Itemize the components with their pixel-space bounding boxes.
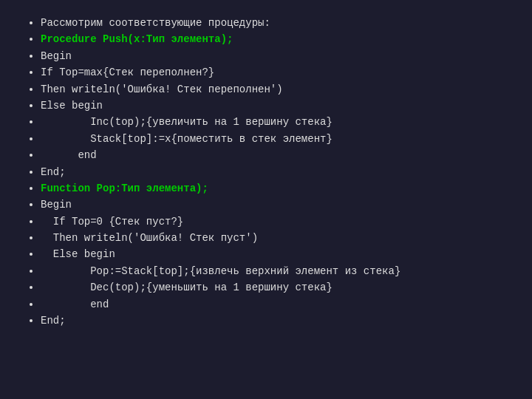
code-text: If Top=0 {Стек пуст?} <box>41 216 183 228</box>
list-item: Then writeln('Ошибка! Стек переполнен') <box>41 81 510 98</box>
code-text: Then writeln('Ошибка! Стек переполнен') <box>41 83 283 95</box>
list-item: If Top=0 {Стек пуст?} <box>41 214 510 230</box>
list-item: Function Pop:Тип элемента); <box>41 180 510 197</box>
list-item: Inc(top);{увеличить на 1 вершину стека} <box>41 114 510 130</box>
list-item: Begin <box>41 48 510 64</box>
code-text: Begin <box>41 199 72 211</box>
code-text: Function Pop:Тип элемента); <box>41 183 208 194</box>
list-item: Begin <box>41 197 510 213</box>
code-text: end <box>41 149 97 161</box>
list-item: Stack[top]:=x{поместить в стек элемент} <box>41 131 510 147</box>
code-text: Рассмотрим соответствующие процедуры: <box>41 17 270 29</box>
list-item: end <box>41 296 510 313</box>
code-text: Pop:=Stack[top];{извлечь верхний элемент… <box>41 265 400 277</box>
list-item: Рассмотрим соответствующие процедуры: <box>41 15 510 31</box>
code-text: End; <box>41 166 66 178</box>
code-text: Stack[top]:=x{поместить в стек элемент} <box>41 133 332 145</box>
code-text: End; <box>41 315 66 327</box>
code-text: Else begin <box>41 100 103 112</box>
list-item: Then writeln('Ошибка! Стек пуст') <box>41 230 510 246</box>
code-text: end <box>41 299 109 310</box>
code-text: Else begin <box>41 248 115 260</box>
code-list: Рассмотрим соответствующие процедуры: Pr… <box>22 15 510 329</box>
list-item: End; <box>41 164 510 180</box>
list-item: End; <box>41 313 510 329</box>
list-item: Else begin <box>41 246 510 262</box>
code-text: Then writeln('Ошибка! Стек пуст') <box>41 232 258 244</box>
code-text: Begin <box>41 50 72 62</box>
code-text: If Top=max{Стек переполнен?} <box>41 66 214 78</box>
list-item: Procedure Push(x:Тип элемента); <box>41 31 510 47</box>
code-text: Dec(top);{уменьшить на 1 вершину стека} <box>41 282 332 293</box>
main-container: Рассмотрим соответствующие процедуры: Pr… <box>0 0 532 399</box>
list-item: end <box>41 147 510 163</box>
list-item: If Top=max{Стек переполнен?} <box>41 64 510 81</box>
list-item: Else begin <box>41 98 510 114</box>
code-text: Inc(top);{увеличить на 1 вершину стека} <box>41 116 332 128</box>
list-item: Pop:=Stack[top];{извлечь верхний элемент… <box>41 263 510 279</box>
code-text: Procedure Push(x:Тип элемента); <box>41 33 233 45</box>
list-item: Dec(top);{уменьшить на 1 вершину стека} <box>41 279 510 296</box>
